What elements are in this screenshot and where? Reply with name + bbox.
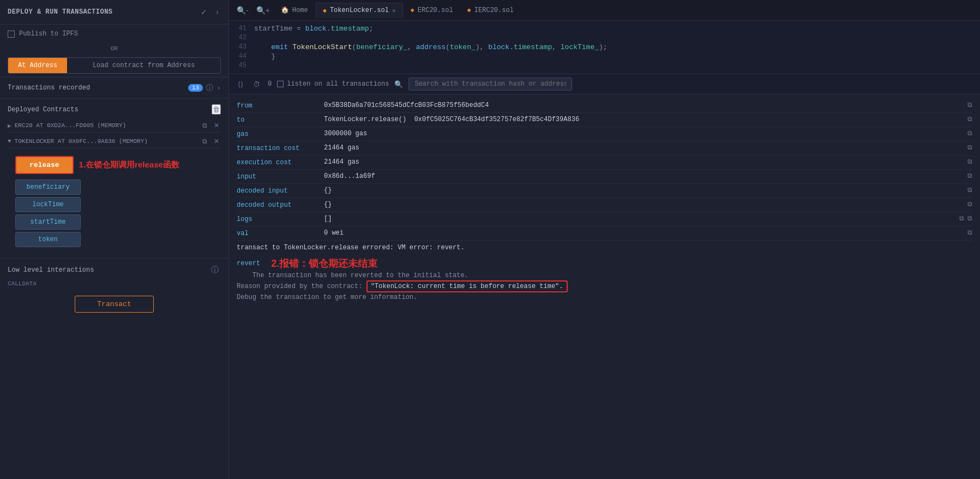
copy-icon-tokenlocker[interactable]: ⧉ — [201, 137, 209, 146]
tx-row-txcost: transaction cost 21464 gas ⧉ — [237, 141, 972, 155]
contract-item-tokenlocker: ▼ TOKENLOCKER AT 0X0FC...9A836 (MEMORY) … — [8, 135, 221, 148]
copy-decoded-output-icon[interactable]: ⧉ — [967, 201, 972, 208]
copy-icon-erc20[interactable]: ⧉ — [201, 121, 209, 130]
copy-execost-icon[interactable]: ⧉ — [967, 158, 972, 166]
deployed-contracts-section: Deployed Contracts 🗑 ▶ ERC20 AT 0XD2A...… — [0, 99, 229, 254]
decoded-input-label: decoded input — [237, 187, 324, 195]
contract-arrow-erc20[interactable]: ▶ — [8, 122, 11, 129]
contract-icons-erc20: ⧉ ✕ — [201, 121, 221, 130]
low-level-header: Low level interactions ⓘ — [8, 264, 221, 276]
tx-count: 0 — [268, 80, 272, 88]
calldata-label: CALLDATA — [8, 280, 221, 287]
contract-arrow-tokenlocker[interactable]: ▼ — [8, 138, 11, 145]
beneficiary-button[interactable]: beneficiary — [15, 179, 81, 195]
contract-item-erc20: ▶ ERC20 AT 0XD2A...FD005 (MEMORY) ⧉ ✕ — [8, 119, 221, 133]
tx-row-val: val 0 wei ⧉ — [237, 226, 972, 241]
tab-erc20[interactable]: ◆ ERC20.sol — [404, 3, 460, 17]
zoom-out-icon[interactable]: 🔍- — [233, 4, 252, 17]
decoded-input-value: {} — [324, 187, 964, 194]
search-input[interactable] — [408, 77, 572, 91]
gas-value: 3000000 gas — [324, 130, 964, 137]
clock-icon[interactable]: ⏱ — [251, 79, 262, 89]
code-line-41: 41 startTime = block.timestamp; — [229, 24, 980, 33]
copy-txcost-icon[interactable]: ⧉ — [967, 144, 972, 152]
right-panel: 🔍- 🔍+ 🏠 Home ◆ TokenLocker.sol ✕ ◆ ERC20… — [229, 0, 980, 479]
tab-erc20-label: ERC20.sol — [418, 7, 453, 14]
code-line-43: 43 emit TokenLockStart(beneficiary_, add… — [229, 43, 980, 52]
gas-label: gas — [237, 130, 324, 138]
execost-label: execution cost — [237, 158, 324, 166]
zoom-in-icon[interactable]: 🔍+ — [253, 4, 273, 17]
tx-row-execost: execution cost 21464 gas ⧉ — [237, 155, 972, 170]
tab-close-tokenlocker[interactable]: ✕ — [392, 7, 396, 14]
copy-logs-icon1[interactable]: ⧉ — [959, 215, 964, 223]
tx-row-from: from 0x5B38Da6a701c568545dCfcB03FcB875f5… — [237, 99, 972, 113]
copy-to-icon[interactable]: ⧉ — [967, 116, 972, 123]
copy-from-icon[interactable]: ⧉ — [967, 101, 972, 109]
from-value: 0x5B38Da6a701c568545dCfcB03FcB875f56bedd… — [324, 101, 964, 109]
tx-row-gas: gas 3000000 gas ⧉ — [237, 127, 972, 141]
tx-controls: ⟨⟩ ⏱ 0 listen on all transactions 🔍 — [229, 74, 980, 94]
to-label: to — [237, 116, 324, 124]
close-icon-tokenlocker[interactable]: ✕ — [212, 137, 221, 146]
revert-detail-line3: Debug the transaction to get more inform… — [237, 292, 972, 303]
tab-ierc20[interactable]: ◆ IERC20.sol — [461, 3, 520, 17]
publish-ipfs-row: Publish to IPFS — [0, 25, 229, 43]
val-value: 0 wei — [324, 229, 964, 237]
home-icon: 🏠 — [281, 6, 289, 14]
token-button[interactable]: token — [15, 232, 81, 247]
close-icon-erc20[interactable]: ✕ — [212, 121, 221, 130]
trash-icon[interactable]: 🗑 — [212, 104, 221, 115]
transactions-section[interactable]: Transactions recorded 13 ⓘ › — [0, 77, 229, 99]
tab-tokenlocker[interactable]: ◆ TokenLocker.sol ✕ — [316, 3, 403, 18]
logs-label: logs — [237, 215, 324, 223]
left-header: DEPLOY & RUN TRANSACTIONS ✓ › — [0, 0, 229, 25]
tx-row-input: input 0x86d...1a69f ⧉ — [237, 170, 972, 184]
val-label: val — [237, 229, 324, 237]
release-button[interactable]: release — [15, 156, 74, 174]
collapse-icon[interactable]: ⟨⟩ — [236, 79, 245, 89]
locktime-button[interactable]: lockTime — [15, 197, 81, 212]
transact-button[interactable]: Transact — [75, 296, 153, 313]
deployed-header: Deployed Contracts 🗑 — [8, 104, 221, 115]
annotation-1: 1.在锁仓期调用release函数 — [79, 160, 179, 170]
tab-home[interactable]: 🏠 Home — [274, 3, 315, 17]
sol-icon-erc20: ◆ — [411, 6, 414, 14]
listen-checkbox-wrap: listen on all transactions — [277, 80, 389, 88]
txcost-label: transaction cost — [237, 144, 324, 152]
tab-bar: 🔍- 🔍+ 🏠 Home ◆ TokenLocker.sol ✕ ◆ ERC20… — [229, 0, 980, 21]
search-icon[interactable]: 🔍 — [394, 80, 403, 88]
sol-icon-tokenlocker: ◆ — [323, 7, 327, 15]
release-wrapper: release 1.在锁仓期调用release函数 — [15, 156, 179, 174]
annotation-2: 2.报错：锁仓期还未结束 — [271, 257, 377, 270]
transactions-label: Transactions recorded — [8, 84, 185, 92]
tab-tokenlocker-label: TokenLocker.sol — [330, 7, 389, 14]
copy-decoded-input-icon[interactable]: ⧉ — [967, 187, 972, 194]
info-icon-low[interactable]: ⓘ — [209, 264, 221, 276]
listen-checkbox[interactable] — [277, 81, 284, 87]
logs-value: [] — [324, 215, 956, 223]
at-address-button[interactable]: At Address — [8, 58, 67, 73]
deployed-contracts-title: Deployed Contracts — [8, 106, 79, 113]
to-value: TokenLocker.release() 0x0fC5025C764cB34d… — [324, 116, 964, 123]
tab-home-label: Home — [292, 7, 308, 14]
txcost-value: 21464 gas — [324, 144, 964, 152]
low-level-title: Low level interactions — [8, 266, 94, 274]
copy-input-icon[interactable]: ⧉ — [967, 172, 972, 180]
arrow-right-icon[interactable]: › — [214, 7, 221, 17]
tab-ierc20-label: IERC20.sol — [474, 7, 514, 14]
load-contract-button[interactable]: Load contract from Address — [67, 58, 220, 73]
copy-logs-icon2[interactable]: ⧉ — [967, 215, 972, 223]
copy-gas-icon[interactable]: ⧉ — [967, 130, 972, 137]
tx-details: from 0x5B38Da6a701c568545dCfcB03FcB875f5… — [229, 94, 980, 479]
starttime-button[interactable]: startTime — [15, 214, 81, 230]
publish-checkbox[interactable] — [8, 31, 15, 38]
listen-label: listen on all transactions — [287, 80, 389, 88]
decoded-output-value: {} — [324, 201, 964, 208]
low-level-section: Low level interactions ⓘ CALLDATA Transa… — [0, 258, 229, 318]
copy-val-icon[interactable]: ⧉ — [967, 229, 972, 237]
check-icon[interactable]: ✓ — [199, 7, 209, 17]
from-label: from — [237, 101, 324, 110]
input-value: 0x86d...1a69f — [324, 172, 964, 180]
execost-value: 21464 gas — [324, 158, 964, 166]
